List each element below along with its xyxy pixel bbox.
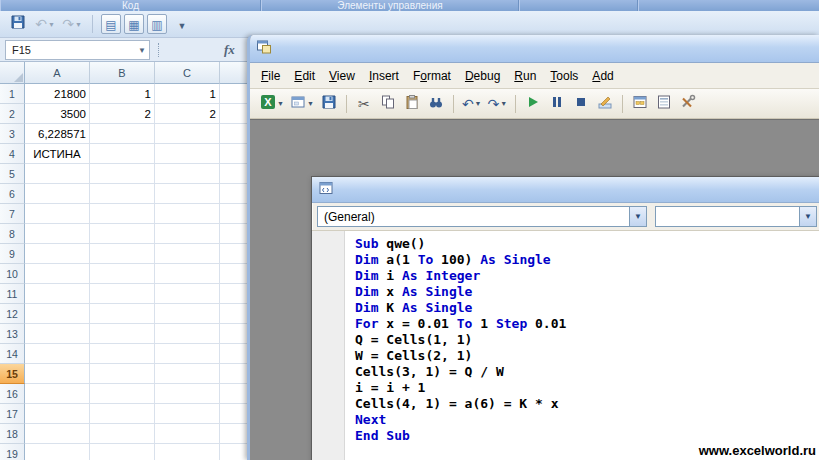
cell-A3[interactable]: 6,228571 [25, 124, 90, 144]
row-header-7[interactable]: 7 [0, 204, 25, 224]
chevron-down-icon[interactable]: ▼ [629, 207, 646, 226]
cell-A13[interactable] [25, 324, 90, 344]
cell-B10[interactable] [90, 264, 155, 284]
cell-D1[interactable] [220, 84, 247, 104]
cell-D9[interactable] [220, 244, 247, 264]
cell-D12[interactable] [220, 304, 247, 324]
properties-window-button[interactable] [653, 93, 675, 115]
cell-A7[interactable] [25, 204, 90, 224]
cell-B6[interactable] [90, 184, 155, 204]
row-header-3[interactable]: 3 [0, 124, 25, 144]
cell-B16[interactable] [90, 384, 155, 404]
cell-B5[interactable] [90, 164, 155, 184]
cell-D6[interactable] [220, 184, 247, 204]
view-excel-button[interactable]: X▼ [258, 93, 286, 115]
cell-B3[interactable] [90, 124, 155, 144]
insert-userform-button[interactable]: ▼ [288, 93, 316, 115]
cell-C8[interactable] [155, 224, 220, 244]
column-header-A[interactable]: A [25, 62, 90, 84]
row-header-14[interactable]: 14 [0, 344, 25, 364]
menu-view[interactable]: View [322, 65, 362, 87]
chevron-down-icon[interactable]: ▼ [138, 46, 146, 55]
cell-C2[interactable]: 2 [155, 104, 220, 124]
cell-C17[interactable] [155, 404, 220, 424]
cell-D5[interactable] [220, 164, 247, 184]
design-mode-button[interactable] [594, 93, 616, 115]
cell-D17[interactable] [220, 404, 247, 424]
menu-add[interactable]: Add [585, 65, 620, 87]
cell-B14[interactable] [90, 344, 155, 364]
menu-file[interactable]: File [254, 65, 287, 87]
cell-A5[interactable] [25, 164, 90, 184]
cell-D3[interactable] [220, 124, 247, 144]
cell-C4[interactable] [155, 144, 220, 164]
row-header-18[interactable]: 18 [0, 424, 25, 444]
paste-button[interactable] [401, 93, 423, 115]
redo-button[interactable]: ↷▼ [486, 93, 510, 115]
code-editor[interactable]: Sub qwe()Dim a(1 To 100) As SingleDim i … [345, 231, 819, 460]
cell-B7[interactable] [90, 204, 155, 224]
cell-B17[interactable] [90, 404, 155, 424]
ribbon-group-controls[interactable]: Элементы управления [261, 0, 519, 11]
cell-C7[interactable] [155, 204, 220, 224]
run-button[interactable] [522, 93, 544, 115]
cell-B19[interactable] [90, 444, 155, 460]
vbe-title-bar[interactable] [250, 35, 819, 63]
cell-A14[interactable] [25, 344, 90, 364]
cell-C15[interactable] [155, 364, 220, 384]
row-header-9[interactable]: 9 [0, 244, 25, 264]
cell-D2[interactable] [220, 104, 247, 124]
cell-C6[interactable] [155, 184, 220, 204]
cell-C9[interactable] [155, 244, 220, 264]
qat-custom-button-2[interactable]: ▦ [124, 14, 144, 34]
cell-B18[interactable] [90, 424, 155, 444]
code-margin-bar[interactable] [312, 231, 345, 460]
cell-A16[interactable] [25, 384, 90, 404]
ribbon-group[interactable] [519, 0, 638, 11]
find-button[interactable] [425, 93, 447, 115]
menu-edit[interactable]: Edit [287, 65, 322, 87]
row-header-6[interactable]: 6 [0, 184, 25, 204]
menu-run[interactable]: Run [507, 65, 543, 87]
cell-D14[interactable] [220, 344, 247, 364]
toolbox-button[interactable] [677, 93, 699, 115]
row-header-11[interactable]: 11 [0, 284, 25, 304]
cut-button[interactable]: ✂ [353, 93, 375, 115]
cell-D13[interactable] [220, 324, 247, 344]
row-header-19[interactable]: 19 [0, 444, 25, 460]
cell-C16[interactable] [155, 384, 220, 404]
project-explorer-button[interactable] [629, 93, 651, 115]
select-all-corner[interactable] [0, 62, 25, 84]
formula-bar-handle[interactable] [158, 43, 159, 57]
row-header-13[interactable]: 13 [0, 324, 25, 344]
cell-B15[interactable] [90, 364, 155, 384]
menu-tools[interactable]: Tools [543, 65, 585, 87]
row-header-2[interactable]: 2 [0, 104, 25, 124]
cell-A9[interactable] [25, 244, 90, 264]
row-header-10[interactable]: 10 [0, 264, 25, 284]
ribbon-group[interactable] [638, 0, 819, 11]
undo-button[interactable]: ↶▼ [33, 13, 57, 35]
ribbon-group-code[interactable]: Код [0, 0, 261, 11]
cell-D8[interactable] [220, 224, 247, 244]
cell-A19[interactable] [25, 444, 90, 460]
cell-A1[interactable]: 21800 [25, 84, 90, 104]
cell-D19[interactable] [220, 444, 247, 460]
qat-more-button[interactable]: ▼ [170, 13, 194, 35]
object-dropdown[interactable]: (General) ▼ [317, 206, 647, 227]
cell-C14[interactable] [155, 344, 220, 364]
menu-insert[interactable]: Insert [362, 65, 406, 87]
break-button[interactable] [546, 93, 568, 115]
cell-A8[interactable] [25, 224, 90, 244]
cell-B1[interactable]: 1 [90, 84, 155, 104]
row-header-15[interactable]: 15 [0, 364, 25, 384]
cell-B12[interactable] [90, 304, 155, 324]
cell-B2[interactable]: 2 [90, 104, 155, 124]
cell-A17[interactable] [25, 404, 90, 424]
fx-icon[interactable]: fx [224, 42, 235, 58]
cell-A12[interactable] [25, 304, 90, 324]
cell-D4[interactable] [220, 144, 247, 164]
cell-C18[interactable] [155, 424, 220, 444]
procedure-dropdown[interactable]: ▼ [655, 206, 817, 227]
cell-A4[interactable]: ИСТИНА [25, 144, 90, 164]
